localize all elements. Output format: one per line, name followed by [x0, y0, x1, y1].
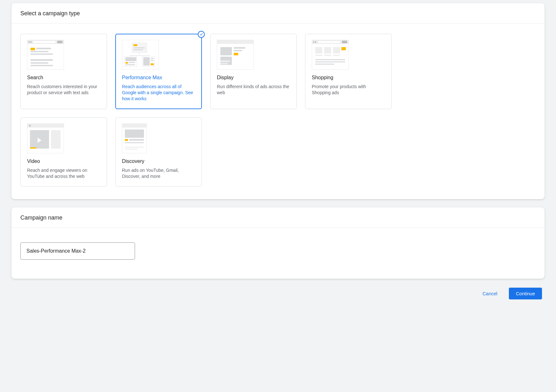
display-thumbnail	[217, 40, 254, 70]
campaign-name-heading: Campaign name	[11, 207, 545, 228]
pmax-thumbnail	[122, 40, 159, 70]
card-desc: Reach audiences across all of Google wit…	[122, 84, 195, 102]
card-desc: Promote your products with Shopping ads	[312, 84, 385, 96]
campaign-card-shopping[interactable]: Shopping Promote your products with Shop…	[305, 34, 392, 109]
campaign-name-input[interactable]	[20, 242, 135, 260]
card-desc: Run different kinds of ads across the we…	[217, 84, 290, 96]
cancel-button[interactable]: Cancel	[475, 288, 504, 299]
campaign-type-grid: Search Reach customers interested in you…	[11, 24, 545, 199]
check-icon	[198, 31, 205, 38]
campaign-card-video[interactable]: Video Reach and engage viewers on YouTub…	[20, 117, 107, 187]
shopping-thumbnail	[312, 40, 349, 70]
card-desc-text: Reach audiences across all of Google wit…	[122, 84, 185, 95]
card-desc: Reach customers interested in your produ…	[27, 84, 100, 96]
campaign-name-panel: Campaign name	[11, 207, 545, 279]
card-desc: Run ads on YouTube, Gmail, Discover, and…	[122, 167, 195, 179]
video-thumbnail	[27, 123, 64, 153]
campaign-card-display[interactable]: Display Run different kinds of ads acros…	[210, 34, 297, 109]
search-thumbnail	[27, 40, 64, 70]
card-title: Display	[217, 75, 290, 80]
card-title: Search	[27, 75, 100, 80]
campaign-card-search[interactable]: Search Reach customers interested in you…	[20, 34, 107, 109]
card-desc: Reach and engage viewers on YouTube and …	[27, 167, 100, 179]
card-title: Performance Max	[122, 75, 195, 80]
campaign-type-panel: Select a campaign type Search Reach cust…	[11, 3, 545, 199]
campaign-card-discovery[interactable]: Discovery Run ads on YouTube, Gmail, Dis…	[115, 117, 202, 187]
card-title: Shopping	[312, 75, 385, 80]
discovery-thumbnail	[122, 123, 147, 153]
card-title: Video	[27, 158, 100, 164]
action-bar: Cancel Continue	[11, 279, 545, 303]
campaign-type-heading: Select a campaign type	[11, 3, 545, 24]
campaign-card-performance-max[interactable]: Performance Max Reach audiences across a…	[115, 34, 202, 109]
continue-button[interactable]: Continue	[509, 288, 542, 299]
card-title: Discovery	[122, 158, 195, 164]
